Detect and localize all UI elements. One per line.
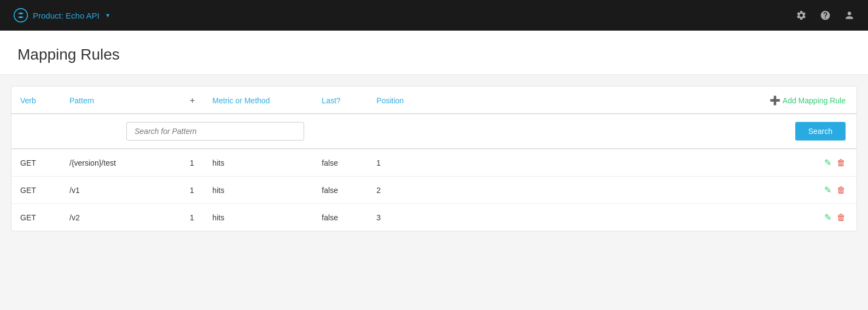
cell-metric: hits [203,204,313,231]
cell-pattern: /v1 [61,177,181,204]
column-header-actions: ➕ Add Mapping Rule [433,86,857,114]
nav-right-icons [796,10,855,21]
cell-position: 1 [368,149,433,177]
cell-last: false [313,204,368,231]
column-header-position: Position [368,86,433,114]
cell-actions: ✎ 🗑 [433,149,857,177]
search-input[interactable] [126,122,304,141]
search-button-cell: Search [433,114,857,149]
search-input-cell [61,114,313,149]
table-header-row: Verb Pattern + Metric or Method Last? Po… [11,86,857,114]
cell-plus: 1 [181,204,203,231]
content-area: Verb Pattern + Metric or Method Last? Po… [0,75,868,310]
chevron-down-icon: ▾ [106,11,109,19]
cell-metric: hits [203,149,313,177]
add-rule-label: Add Mapping Rule [783,96,846,105]
delete-icon[interactable]: 🗑 [837,213,846,223]
delete-icon[interactable]: 🗑 [837,158,846,168]
plus-circle-icon: ➕ [770,95,780,106]
table-body: GET /{version}/test 1 hits false 1 ✎ 🗑 G… [11,149,857,231]
search-row: Search [11,114,857,149]
svg-point-0 [14,9,28,22]
settings-icon[interactable] [796,10,807,21]
table-row: GET /v1 1 hits false 2 ✎ 🗑 [11,177,857,204]
edit-icon[interactable]: ✎ [824,185,831,195]
user-icon[interactable] [844,10,855,21]
search-button[interactable]: Search [795,122,846,141]
mapping-rules-table: Verb Pattern + Metric or Method Last? Po… [11,86,857,231]
cell-plus: 1 [181,177,203,204]
cell-actions: ✎ 🗑 [433,204,857,231]
page-title: Mapping Rules [18,46,850,63]
cell-pattern: /{version}/test [61,149,181,177]
column-header-pattern: Pattern [61,86,181,114]
cell-last: false [313,149,368,177]
top-navigation: Product: Echo API ▾ [0,0,868,31]
search-last-cell [313,114,368,149]
column-header-verb: Verb [11,86,61,114]
search-position-cell [368,114,433,149]
product-logo-icon [13,8,28,23]
add-mapping-rule-button[interactable]: ➕ Add Mapping Rule [442,95,846,106]
cell-last: false [313,177,368,204]
product-name-label: Product: Echo API [33,11,100,20]
cell-plus: 1 [181,149,203,177]
column-header-metric-method: Metric or Method [203,86,313,114]
delete-icon[interactable]: 🗑 [837,185,846,195]
edit-icon[interactable]: ✎ [824,157,831,168]
cell-pattern: /v2 [61,204,181,231]
cell-position: 3 [368,204,433,231]
page-header: Mapping Rules [0,31,868,75]
cell-verb: GET [11,149,61,177]
product-selector[interactable]: Product: Echo API ▾ [13,8,109,23]
cell-metric: hits [203,177,313,204]
column-header-plus: + [181,86,203,114]
help-icon[interactable] [820,10,831,21]
cell-actions: ✎ 🗑 [433,177,857,204]
cell-position: 2 [368,177,433,204]
cell-verb: GET [11,177,61,204]
table-row: GET /{version}/test 1 hits false 1 ✎ 🗑 [11,149,857,177]
table-row: GET /v2 1 hits false 3 ✎ 🗑 [11,204,857,231]
edit-icon[interactable]: ✎ [824,212,831,223]
column-header-last: Last? [313,86,368,114]
mapping-rules-card: Verb Pattern + Metric or Method Last? Po… [11,86,857,231]
cell-verb: GET [11,204,61,231]
search-verb-cell [11,114,61,149]
